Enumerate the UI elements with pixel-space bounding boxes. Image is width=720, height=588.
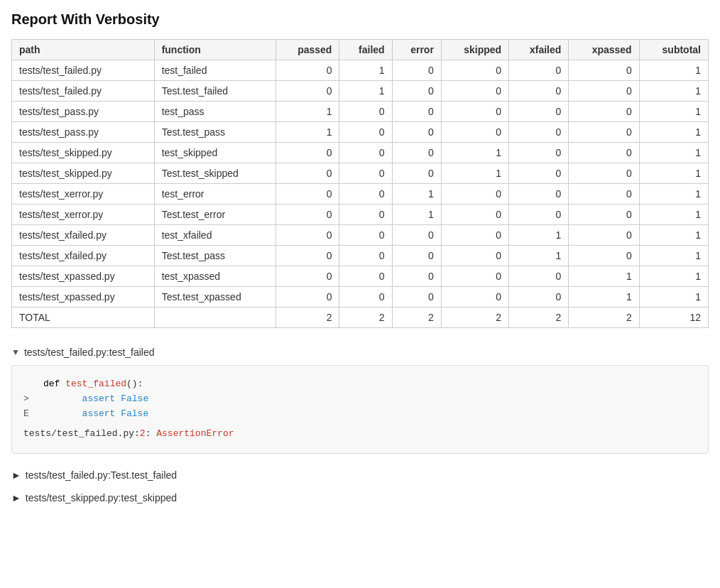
col-header-subtotal: subtotal [639, 40, 708, 60]
table-cell: 0 [509, 287, 569, 307]
table-cell: 0 [339, 225, 392, 246]
table-cell: Test.test_pass [154, 122, 276, 143]
page-title: Report With Verbosity [11, 11, 709, 28]
table-cell: 0 [276, 184, 339, 205]
table-cell: 0 [392, 102, 441, 122]
table-cell: 0 [569, 81, 639, 102]
table-cell: 0 [392, 143, 441, 163]
table-cell: 0 [509, 266, 569, 287]
table-cell: 0 [339, 266, 392, 287]
table-cell: TOTAL [12, 307, 155, 328]
table-cell: 0 [441, 246, 508, 266]
table-row: tests/test_pass.pytest_pass1000001 [12, 102, 709, 122]
table-cell: Test.test_failed [154, 81, 276, 102]
table-cell: 12 [639, 307, 708, 328]
table-cell: 1 [639, 60, 708, 81]
table-cell: 0 [339, 163, 392, 184]
table-cell: 1 [392, 205, 441, 225]
keyword-def: def [43, 379, 65, 389]
table-cell: tests/test_xfailed.py [12, 246, 155, 266]
table-cell: 2 [441, 307, 508, 328]
table-cell: 0 [569, 184, 639, 205]
table-cell: 0 [509, 60, 569, 81]
col-header-passed: passed [276, 40, 339, 60]
table-cell: tests/test_xpassed.py [12, 287, 155, 307]
code-footer: tests/test_failed.py:2: AssertionError [23, 427, 697, 442]
table-row: tests/test_pass.pyTest.test_pass1000001 [12, 122, 709, 143]
table-cell: 0 [569, 60, 639, 81]
value-false1: False [121, 393, 148, 404]
table-cell: 1 [639, 184, 708, 205]
table-cell: 1 [639, 81, 708, 102]
code-content-assert1: assert False [43, 392, 697, 407]
table-cell: 0 [509, 205, 569, 225]
table-row: tests/test_xpassed.pyTest.test_xpassed00… [12, 287, 709, 307]
table-cell: 1 [569, 287, 639, 307]
table-cell: 0 [339, 143, 392, 163]
code-line-assert1: > assert False [23, 392, 697, 407]
collapsed-section-1[interactable]: ►tests/test_skipped.py:test_skipped [11, 488, 709, 508]
table-cell: 0 [441, 122, 508, 143]
collapsed-arrow-0: ► [11, 469, 21, 481]
table-cell: tests/test_skipped.py [12, 163, 155, 184]
table-cell: 0 [339, 102, 392, 122]
table-cell: 0 [276, 225, 339, 246]
table-cell: 0 [339, 122, 392, 143]
table-cell: tests/test_xfailed.py [12, 225, 155, 246]
table-cell: 0 [441, 102, 508, 122]
table-cell: 0 [441, 60, 508, 81]
table-row: tests/test_xfailed.pytest_xfailed0000101 [12, 225, 709, 246]
table-cell: 0 [441, 266, 508, 287]
table-cell: tests/test_pass.py [12, 102, 155, 122]
table-cell: 0 [441, 225, 508, 246]
table-cell: 2 [276, 307, 339, 328]
code-prefix-blank [23, 377, 38, 392]
table-cell: 0 [392, 225, 441, 246]
table-cell: Test.test_skipped [154, 163, 276, 184]
table-cell: 2 [339, 307, 392, 328]
table-cell: 0 [509, 81, 569, 102]
table-cell: 1 [639, 143, 708, 163]
table-row: tests/test_failed.pytest_failed0100001 [12, 60, 709, 81]
table-cell: 0 [509, 143, 569, 163]
collapsed-section-0[interactable]: ►tests/test_failed.py:Test.test_failed [11, 465, 709, 485]
table-cell: 0 [569, 122, 639, 143]
error-sep2: : [146, 428, 157, 439]
table-cell: 0 [339, 205, 392, 225]
table-cell: 0 [569, 246, 639, 266]
table-cell: 2 [509, 307, 569, 328]
error-type: AssertionError [156, 428, 234, 439]
table-cell: 1 [569, 266, 639, 287]
table-cell: 1 [339, 81, 392, 102]
expanded-section-label: tests/test_failed.py:test_failed [24, 347, 155, 358]
code-prefix-gt: > [23, 392, 38, 407]
table-cell: Test.test_pass [154, 246, 276, 266]
table-cell: 2 [569, 307, 639, 328]
table-cell: 1 [441, 163, 508, 184]
indent2 [43, 408, 82, 419]
table-cell: 0 [276, 266, 339, 287]
table-cell: Test.test_xpassed [154, 287, 276, 307]
col-header-failed: failed [339, 40, 392, 60]
expanded-section-header[interactable]: ▼ tests/test_failed.py:test_failed [11, 342, 709, 362]
table-cell: 0 [569, 143, 639, 163]
table-cell: test_xpassed [154, 266, 276, 287]
table-cell: 0 [392, 122, 441, 143]
fn-parens: (): [126, 379, 143, 389]
table-cell: 0 [509, 102, 569, 122]
indent1 [43, 393, 82, 404]
table-cell: 1 [639, 266, 708, 287]
table-cell: 0 [569, 205, 639, 225]
table-cell: test_failed [154, 60, 276, 81]
table-cell: 1 [639, 225, 708, 246]
table-row: tests/test_failed.pyTest.test_failed0100… [12, 81, 709, 102]
col-header-xfailed: xfailed [509, 40, 569, 60]
table-cell: 1 [639, 122, 708, 143]
table-row: TOTAL22222212 [12, 307, 709, 328]
table-cell: test_pass [154, 102, 276, 122]
expanded-section[interactable]: ▼ tests/test_failed.py:test_failed def t… [11, 342, 709, 454]
table-cell: 2 [392, 307, 441, 328]
table-cell: 0 [569, 163, 639, 184]
col-header-xpassed: xpassed [569, 40, 639, 60]
error-sep1: : [134, 428, 140, 439]
